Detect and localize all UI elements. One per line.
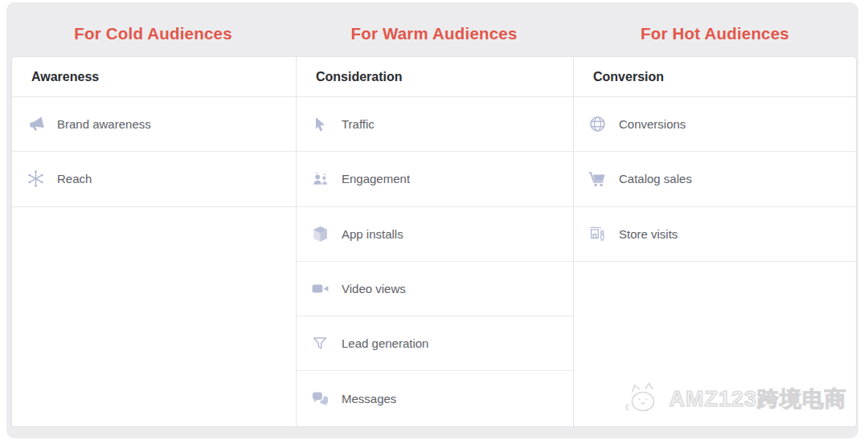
- warm-audiences-heading: For Warm Audiences: [295, 0, 573, 56]
- globe-icon: [587, 114, 608, 135]
- people-icon: [309, 169, 330, 189]
- objective-label: Conversions: [619, 117, 686, 131]
- objective-label: Reach: [57, 172, 92, 185]
- row-engagement[interactable]: Engagement: [297, 152, 573, 206]
- hot-audiences-heading: For Hot Audiences: [573, 0, 857, 56]
- storefront-icon: [587, 223, 608, 244]
- column-header-awareness: Awareness: [12, 57, 296, 97]
- reach-icon: [25, 169, 46, 189]
- row-store-visits[interactable]: Store visits: [574, 207, 856, 262]
- screenshot-root: { "colors": { "accent_red": "#e2574a", "…: [0, 0, 868, 440]
- objective-label: Engagement: [342, 172, 410, 185]
- cube-icon: [309, 223, 330, 244]
- cursor-icon: [309, 114, 330, 135]
- megaphone-icon: [25, 114, 46, 135]
- cart-icon: [587, 169, 608, 189]
- funnel-icon: [309, 333, 330, 354]
- row-brand-awareness[interactable]: Brand awareness: [12, 97, 296, 152]
- objective-label: Catalog sales: [619, 172, 692, 185]
- column-header-conversion: Conversion: [574, 57, 856, 97]
- row-lead-generation[interactable]: Lead generation: [297, 316, 573, 371]
- video-camera-icon: [309, 279, 330, 299]
- column-header-consideration: Consideration: [297, 57, 573, 97]
- column-conversion: Conversion Conversions Catalog sales Sto…: [574, 57, 856, 426]
- row-conversions[interactable]: Conversions: [574, 97, 856, 152]
- column-consideration: Consideration Traffic Engagement App ins…: [296, 57, 574, 426]
- empty-cell: [12, 207, 296, 426]
- objective-label: App installs: [342, 227, 403, 241]
- objective-label: Brand awareness: [57, 117, 151, 131]
- chat-bubbles-icon: [309, 389, 330, 409]
- row-messages[interactable]: Messages: [297, 371, 573, 426]
- empty-cell: [574, 262, 856, 426]
- column-awareness: Awareness Brand awareness Reach: [12, 57, 296, 426]
- objective-label: Messages: [342, 392, 396, 405]
- objective-label: Video views: [342, 282, 406, 295]
- cold-audiences-heading: For Cold Audiences: [11, 0, 295, 56]
- row-traffic[interactable]: Traffic: [297, 97, 573, 152]
- objective-label: Lead generation: [342, 336, 428, 350]
- row-video-views[interactable]: Video views: [297, 262, 573, 316]
- objective-label: Traffic: [342, 117, 375, 131]
- objective-label: Store visits: [619, 227, 678, 241]
- row-catalog-sales[interactable]: Catalog sales: [574, 152, 856, 206]
- row-app-installs[interactable]: App installs: [297, 207, 573, 262]
- objectives-table: Awareness Brand awareness Reach Consider…: [11, 56, 857, 427]
- row-reach[interactable]: Reach: [12, 152, 296, 206]
